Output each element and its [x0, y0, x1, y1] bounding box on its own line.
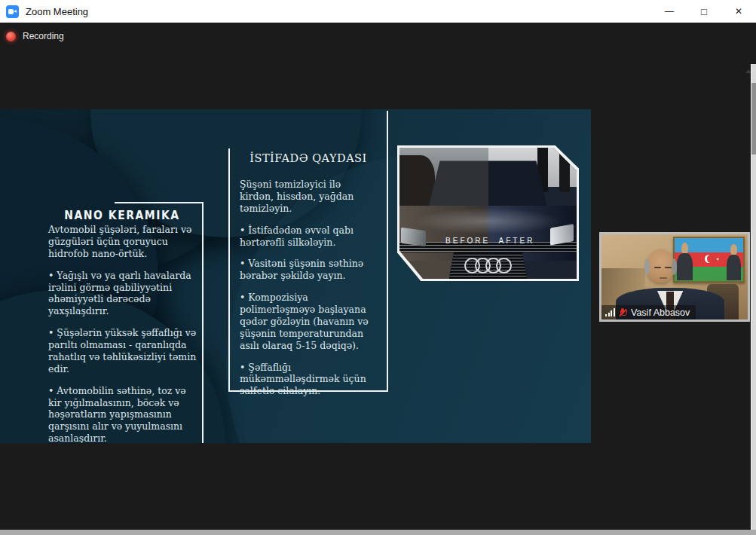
left-panel-paragraph: • Avtomobilin səthinə, toz və kir yığılm…	[48, 385, 199, 443]
participant-video-frame: ✦ Vasif Abba	[601, 234, 748, 319]
zoom-meeting-window: Zoom Meeting — □ ✕ Recording NANO KERAMI…	[0, 0, 756, 535]
car-windshield	[428, 160, 549, 210]
recording-icon	[6, 32, 16, 41]
usage-panel-body: Şüşəni təmizləyici ilə kirdən, hissdən, …	[240, 179, 377, 407]
window-title: Zoom Meeting	[26, 6, 88, 17]
usage-panel-paragraph: Şüşəni təmizləyici ilə kirdən, hissdən, …	[240, 179, 377, 215]
usage-panel-paragraph: • Kompozisiya polimerləşməyə başlayana q…	[240, 292, 377, 351]
zoom-logo-icon	[6, 5, 19, 18]
scrollbar-thumb[interactable]	[751, 83, 756, 154]
mic-muted-icon	[619, 308, 626, 317]
recording-indicator: Recording	[6, 31, 64, 41]
audi-ring	[496, 258, 512, 274]
maximize-button[interactable]: □	[687, 0, 721, 23]
azerbaijan-flag-picture: ✦	[673, 237, 745, 283]
star-icon: ✦	[716, 256, 720, 261]
usage-panel-frame-right	[387, 111, 388, 392]
car-headlight-left	[401, 228, 426, 246]
before-label: BEFORE	[445, 237, 490, 245]
shared-screen-slide: NANO KERAMIKA Avtomobil şüşələri, farala…	[0, 109, 591, 443]
titlebar: Zoom Meeting — □ ✕	[0, 0, 756, 23]
usage-panel-paragraph: • İstifadədən əvvəl qabı hərtərəfli silk…	[240, 225, 377, 249]
window-bottom-edge	[0, 530, 756, 535]
left-panel-body: Avtomobil şüşələri, faraları və güzgülər…	[48, 224, 199, 443]
usage-panel-frame-left	[228, 148, 230, 392]
window-controls: — □ ✕	[652, 0, 756, 23]
before-after-image: BEFORE AFTER	[397, 145, 579, 281]
participant-name: Vasif Abbasov	[631, 307, 690, 318]
car-photo: BEFORE AFTER	[399, 148, 577, 279]
usage-panel-paragraph: • Şəffaflığı mükəmməlləşdirmək üçün salf…	[240, 362, 377, 398]
signal-strength-icon	[605, 308, 616, 316]
minimize-button[interactable]: —	[652, 0, 687, 23]
recording-label: Recording	[23, 31, 64, 41]
close-button[interactable]: ✕	[721, 0, 756, 23]
participant-name-bar: Vasif Abbasov	[601, 305, 696, 319]
participant-video-tile[interactable]: ✦ Vasif Abba	[599, 232, 750, 322]
left-panel-paragraph: Avtomobil şüşələri, faraları və güzgülər…	[48, 224, 199, 260]
usage-panel-paragraph: • Vasitəni şüşənin səthinə bərabər şəkil…	[240, 258, 377, 282]
left-panel-frame-right	[202, 202, 204, 443]
after-label: AFTER	[499, 237, 535, 245]
left-panel-paragraph: • Yağışlı və ya qarlı havalarda irəlini …	[48, 270, 199, 318]
left-panel-paragraph: • Şüşələrin yüksək şəffaflığı və parıltı…	[48, 327, 199, 375]
portrait-figure	[676, 243, 694, 280]
usage-panel-heading: İSTİFADƏ QAYDASI	[240, 152, 377, 164]
crescent-icon	[705, 255, 713, 263]
left-panel-frame-top	[115, 202, 204, 203]
left-panel-heading: NANO KERAMIKA	[41, 209, 204, 222]
portrait-figure	[726, 244, 742, 280]
